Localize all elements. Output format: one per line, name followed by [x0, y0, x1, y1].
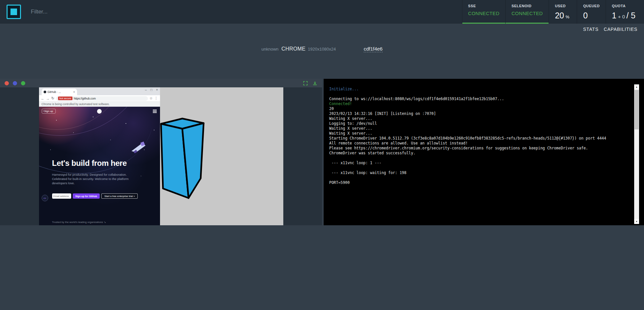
- session-log-panel: Initialize...Connecting to ws://localhos…: [324, 79, 644, 225]
- log-line: 20: [329, 106, 624, 111]
- github-footer-text: Trusted by the world's leading organizat…: [52, 221, 106, 224]
- close-button[interactable]: ×: [156, 88, 158, 92]
- fullscreen-icon[interactable]: [303, 81, 308, 86]
- window-dot-blue-icon: [13, 81, 17, 85]
- vnc-titlebar: [0, 79, 322, 87]
- log-line: Waiting X server...: [329, 126, 624, 131]
- main-area: GitHub · ... × – □ × ← → ↻ Not secure: [0, 79, 644, 225]
- log-line: All remote connections are allowed. Use …: [329, 141, 624, 146]
- session-row: unknown CHROME 1920x1080x24 cdf1f4e6: [0, 46, 644, 52]
- session-resolution: 1920x1080x24: [308, 47, 336, 52]
- log-line: Logging to: /dev/null: [329, 121, 624, 126]
- log-line: [329, 175, 624, 180]
- log-line: Waiting X server...: [329, 116, 624, 121]
- stat-selenoid: SELENOID CONNECTED: [505, 0, 549, 24]
- address-bar[interactable]: Not secure https://github.com: [56, 96, 148, 101]
- quota-used: 1: [612, 11, 616, 20]
- bookmark-star-icon[interactable]: ☆: [150, 96, 153, 100]
- tab-title: GitHub · ...: [48, 90, 72, 94]
- stat-label: QUOTA: [612, 4, 635, 8]
- github-favicon-icon: [44, 91, 46, 93]
- selenoid-ui-logo[interactable]: [7, 5, 21, 19]
- vnc-screen[interactable]: GitHub · ... × – □ × ← → ↻ Not secure: [39, 87, 283, 225]
- vnc-actions: [303, 81, 317, 86]
- log-line: --- x11vnc loop: waiting for: 198: [329, 170, 624, 175]
- stat-label: SELENOID: [512, 4, 543, 8]
- stat-label: USED: [555, 4, 571, 8]
- github-heading: Let's build from here: [52, 159, 127, 168]
- log-line: [329, 156, 624, 161]
- minimize-button[interactable]: –: [145, 88, 147, 92]
- log-scrollbar[interactable]: ▲ ▼: [634, 84, 639, 224]
- window-dot-green-icon: [21, 81, 25, 85]
- tab-capabilities[interactable]: CAPABILITIES: [604, 27, 637, 32]
- log-line: Waiting X server...: [329, 131, 624, 136]
- connection-stats: SSE CONNECTED SELENOID CONNECTED USED 20…: [462, 0, 644, 24]
- queued-number: 0: [583, 11, 600, 20]
- github-page: Sign up Let's build from here Harnessed …: [39, 107, 160, 225]
- stat-queued: QUEUED 0: [577, 0, 606, 24]
- sse-status: CONNECTED: [468, 11, 499, 16]
- github-logo-icon: [97, 109, 102, 114]
- log-line: Initialize...: [329, 87, 624, 92]
- browser-tabstrip: GitHub · ... × – □ ×: [39, 87, 160, 95]
- window-dot-red-icon: [5, 81, 9, 85]
- scroll-down-icon[interactable]: ▼: [634, 219, 639, 224]
- url-text: https://github.com: [74, 97, 96, 100]
- log-line: 2023/02/13 14:32:16 [INIT] [Listening on…: [329, 111, 624, 116]
- forward-icon[interactable]: →: [46, 97, 50, 100]
- tab-stats[interactable]: STATS: [583, 27, 598, 32]
- scrollbar-track[interactable]: [634, 89, 639, 219]
- overflow-menu-icon[interactable]: ⋮: [154, 96, 158, 100]
- github-signup-form: Sign up for GitHub Start a free enterpri…: [52, 193, 138, 199]
- stat-quota: QUOTA 1 + 0 / 5: [606, 0, 644, 24]
- logo-square-icon: [10, 9, 17, 15]
- used-number: 20: [555, 11, 564, 20]
- github-tagline: Harnessed for productivity. Designed for…: [52, 172, 130, 185]
- log-line: PORT=5900: [329, 180, 624, 185]
- email-field[interactable]: [52, 193, 71, 199]
- browser-tab[interactable]: GitHub · ... ×: [42, 89, 77, 95]
- stat-label: SSE: [468, 4, 499, 8]
- download-icon[interactable]: [312, 81, 317, 86]
- enterprise-trial-button[interactable]: Start a free enterprise trial >: [101, 193, 138, 199]
- quota-total: / 5: [626, 11, 635, 20]
- stat-used: USED 20 %: [549, 0, 577, 24]
- nav-tabs: STATS CAPABILITIES: [583, 24, 637, 35]
- log-lines: Initialize...Connecting to ws://localhos…: [329, 87, 624, 185]
- code-bubble-icon: <>: [42, 195, 48, 201]
- log-line: [329, 92, 624, 97]
- menu-icon[interactable]: [153, 110, 157, 114]
- quota-value: 1 + 0 / 5: [612, 11, 635, 20]
- github-header: Sign up: [42, 109, 157, 115]
- browser-toolbar: ← → ↻ Not secure https://github.com ☆ ⋮: [39, 95, 160, 102]
- log-line: Please see https://chromedriver.chromium…: [329, 146, 624, 151]
- filter-input[interactable]: [31, 9, 169, 15]
- session-browser-name: CHROME: [281, 46, 306, 52]
- session-id-link[interactable]: cdf1f4e6: [364, 46, 383, 52]
- maximize-button[interactable]: □: [151, 88, 152, 92]
- back-icon[interactable]: ←: [41, 97, 45, 100]
- log-line: ChromeDriver was started successfully.: [329, 151, 624, 156]
- session-quota-user: unknown: [261, 47, 278, 52]
- browser-window: GitHub · ... × – □ × ← → ↻ Not secure: [39, 87, 160, 225]
- stat-label: QUEUED: [583, 4, 600, 8]
- log-line: [329, 166, 624, 170]
- used-unit: %: [566, 14, 570, 19]
- log-line: Starting ChromeDriver 104.0.5112.79 (3cf…: [329, 136, 624, 141]
- signup-for-github-button[interactable]: Sign up for GitHub: [73, 193, 100, 199]
- selenoid-status: CONNECTED: [512, 11, 543, 16]
- tab-close-icon[interactable]: ×: [73, 90, 75, 94]
- scroll-up-icon[interactable]: ▲: [634, 84, 639, 89]
- used-value: 20 %: [555, 11, 571, 20]
- refresh-icon[interactable]: ↻: [51, 96, 54, 100]
- cube-drawing: [158, 117, 205, 200]
- scrollbar-thumb[interactable]: [634, 90, 639, 129]
- log-line: Connecting to ws://localhost:8080/ws/log…: [329, 97, 624, 101]
- github-signup-button[interactable]: Sign up: [42, 109, 56, 114]
- quota-pending: + 0: [618, 14, 625, 19]
- automation-infobar: Chrome is being controlled by automated …: [39, 102, 160, 107]
- window-controls: – □ ×: [145, 88, 158, 92]
- topbar: SSE CONNECTED SELENOID CONNECTED USED 20…: [0, 0, 644, 24]
- spaceship-graphic: [130, 141, 147, 155]
